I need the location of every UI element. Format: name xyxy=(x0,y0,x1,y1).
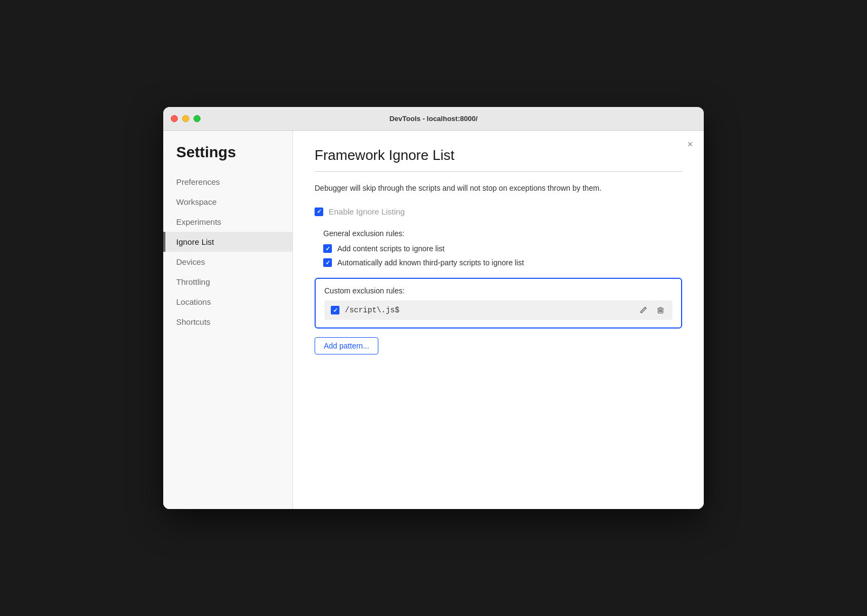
rule1-row: Add content scripts to ignore list xyxy=(323,244,682,253)
rule1-label: Add content scripts to ignore list xyxy=(337,244,444,253)
sidebar-heading: Settings xyxy=(163,144,292,172)
enable-ignore-listing-row: Enable Ignore Listing xyxy=(315,207,682,216)
custom-rule-checkbox[interactable] xyxy=(331,306,339,314)
close-traffic-light[interactable] xyxy=(171,115,178,122)
minimize-traffic-light[interactable] xyxy=(182,115,189,122)
custom-rules-label: Custom exclusion rules: xyxy=(324,286,672,295)
custom-rule-text: /script\.js$ xyxy=(345,306,632,314)
rule2-checkbox[interactable] xyxy=(323,258,332,267)
rule1-checkbox[interactable] xyxy=(323,244,332,253)
sidebar-item-preferences[interactable]: Preferences xyxy=(163,172,292,192)
rule2-row: Automatically add known third-party scri… xyxy=(323,258,682,267)
sidebar-item-shortcuts[interactable]: Shortcuts xyxy=(163,312,292,332)
edit-rule-button[interactable] xyxy=(638,305,649,316)
sidebar-item-devices[interactable]: Devices xyxy=(163,252,292,272)
titlebar: DevTools - localhost:8000/ xyxy=(163,107,704,131)
enable-ignore-listing-checkbox[interactable] xyxy=(315,207,323,216)
custom-rules-box: Custom exclusion rules: /script\.js$ xyxy=(315,278,682,329)
sidebar: Settings Preferences Workspace Experimen… xyxy=(163,131,293,509)
sidebar-item-locations[interactable]: Locations xyxy=(163,292,292,312)
svg-rect-1 xyxy=(660,309,661,312)
general-rules-section: General exclusion rules: Add content scr… xyxy=(315,229,682,267)
svg-rect-2 xyxy=(662,309,663,312)
traffic-lights xyxy=(171,115,201,122)
svg-rect-0 xyxy=(659,309,660,312)
sidebar-item-workspace[interactable]: Workspace xyxy=(163,192,292,212)
delete-rule-button[interactable] xyxy=(655,305,666,316)
enable-ignore-listing-label: Enable Ignore Listing xyxy=(329,207,405,216)
close-button[interactable]: × xyxy=(687,139,693,149)
page-description: Debugger will skip through the scripts a… xyxy=(315,183,682,194)
page-title: Framework Ignore List xyxy=(315,147,682,164)
rule-actions xyxy=(638,305,666,316)
sidebar-item-experiments[interactable]: Experiments xyxy=(163,212,292,232)
devtools-window: DevTools - localhost:8000/ Settings Pref… xyxy=(163,107,704,509)
add-pattern-button[interactable]: Add pattern... xyxy=(315,337,378,354)
custom-rule-row: /script\.js$ xyxy=(324,300,672,320)
maximize-traffic-light[interactable] xyxy=(194,115,201,122)
window-title: DevTools - localhost:8000/ xyxy=(389,115,477,123)
sidebar-item-throttling[interactable]: Throttling xyxy=(163,272,292,292)
rule2-label: Automatically add known third-party scri… xyxy=(337,258,524,267)
window-body: Settings Preferences Workspace Experimen… xyxy=(163,131,704,509)
main-content: × Framework Ignore List Debugger will sk… xyxy=(293,131,704,509)
title-divider xyxy=(315,171,682,172)
sidebar-item-ignore-list[interactable]: Ignore List xyxy=(163,232,292,252)
general-rules-label: General exclusion rules: xyxy=(323,229,682,238)
